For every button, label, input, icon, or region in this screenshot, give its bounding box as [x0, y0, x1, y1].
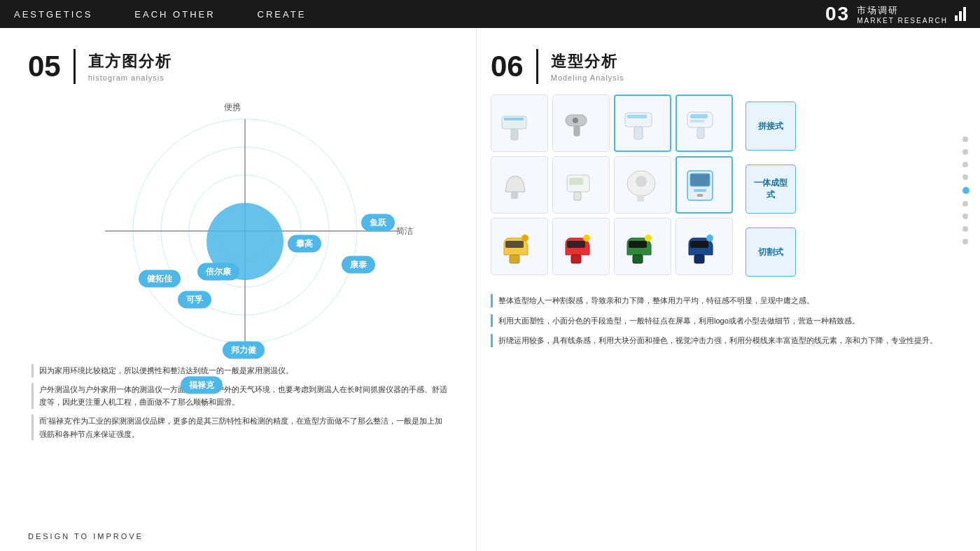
brand-fuluke: 福禄克 [181, 377, 223, 394]
svg-point-43 [706, 235, 713, 242]
left-title-en: histogram analysis [88, 74, 172, 82]
dot-2[interactable] [962, 149, 968, 155]
product-img-dark-gun [560, 102, 602, 144]
brand-bang: 邦力健 [223, 342, 265, 359]
svg-rect-23 [569, 178, 583, 185]
product-img-white2 [622, 102, 664, 144]
right-title-cn: 造型分析 [551, 51, 624, 72]
svg-rect-18 [690, 114, 708, 118]
axis-right: 简洁 [396, 225, 413, 237]
product-cell-0-1 [552, 95, 610, 152]
dot-7[interactable] [962, 214, 968, 219]
bar-3 [963, 7, 966, 21]
svg-rect-33 [505, 241, 524, 248]
header-nav: AESTGETICS EACH OTHER CREATE [14, 9, 306, 20]
dot-8[interactable] [962, 226, 968, 232]
section-number: 03 [825, 3, 850, 25]
title-divider [74, 49, 76, 84]
para-1: 因为家用环境比较稳定，所以便携性和整洁达到统一的一般是家用测温仪。 [31, 364, 448, 377]
right-title-text: 造型分析 Modeling Analysis [551, 51, 624, 82]
para-3: 而'福禄克'作为工业的探测测温仪品牌，更多的是其三防特性和检测的精度，在造型方面… [31, 414, 448, 440]
category-cut: 切割式 [746, 228, 796, 277]
svg-point-37 [583, 235, 590, 242]
product-cell-2-2 [614, 218, 671, 275]
svg-rect-36 [567, 241, 585, 248]
desc-3: 折绕运用较多，具有线条感，利用大块分面和撞色，视觉冲击力强，利用分模线来丰富造型… [491, 334, 959, 347]
desc-2: 利用大面塑性，小面分色的手段造型，一般特征点在屏幕，利用logo或者小型去做细节… [491, 314, 959, 328]
brand-kefu: 可孚 [178, 291, 211, 309]
bar-2 [959, 11, 962, 21]
svg-point-12 [573, 118, 578, 123]
svg-rect-39 [629, 241, 647, 248]
main-content: 05 直方图分析 histogram analysis 便 [0, 28, 980, 551]
product-img-red [560, 225, 602, 267]
dot-1[interactable] [962, 137, 968, 142]
header-section-info: 03 市场调研 MARKET RESEARCH [825, 3, 966, 25]
right-section-num: 06 [491, 52, 524, 81]
svg-point-34 [522, 235, 528, 242]
category-integrated: 一体成型式 [746, 165, 796, 214]
brand-pangao: 攀高 [288, 235, 321, 253]
dot-3[interactable] [962, 162, 968, 167]
svg-rect-32 [510, 255, 519, 263]
svg-rect-38 [633, 255, 643, 263]
product-img-yellow [498, 225, 540, 267]
brand-beier: 倍尔康 [197, 263, 239, 281]
footer: DESIGN TO IMPROVE [28, 532, 144, 540]
product-cell-2-1 [552, 218, 610, 275]
left-text-content: 因为家用环境比较稳定，所以便携性和整洁达到统一的一般是家用测温仪。 户外测温仪与… [28, 364, 448, 440]
product-cell-1-1 [552, 156, 610, 214]
left-section-num: 05 [28, 52, 61, 81]
dot-4[interactable] [962, 174, 968, 180]
nav-item-3: CREATE [258, 9, 307, 20]
product-cell-1-0 [491, 156, 548, 214]
footer-text: DESIGN TO IMPROVE [28, 532, 144, 540]
right-title-en: Modeling Analysis [551, 74, 624, 82]
right-descriptions: 整体造型给人一种割裂感，导致亲和力下降，整体用力平均，特征感不明显，呈现中庸之感… [491, 294, 959, 347]
dot-5-active[interactable] [962, 187, 969, 194]
product-img-white3 [683, 102, 725, 144]
left-panel: 05 直方图分析 histogram analysis 便 [0, 28, 476, 551]
svg-rect-41 [694, 255, 704, 263]
brand-kangtai: 康泰 [342, 256, 375, 274]
left-section-title: 05 直方图分析 histogram analysis [28, 49, 448, 84]
svg-rect-42 [690, 241, 708, 248]
category-splice: 拼接式 [746, 102, 796, 151]
axis-top: 便携 [224, 102, 241, 113]
svg-rect-11 [574, 126, 580, 136]
product-img-green [622, 225, 664, 267]
nav-item-2: EACH OTHER [134, 9, 215, 20]
category-labels: 拼接式 一体成型式 切割式 [746, 95, 796, 284]
section-title-block: 市场调研 MARKET RESEARCH [857, 4, 948, 25]
product-img-white-gun [498, 102, 540, 144]
section-title-en: MARKET RESEARCH [857, 17, 948, 25]
svg-rect-15 [627, 115, 647, 118]
svg-rect-35 [571, 255, 581, 263]
bar-1 [955, 15, 958, 21]
svg-rect-19 [690, 120, 704, 123]
product-cell-2-3 [676, 218, 733, 275]
header: AESTGETICS EACH OTHER CREATE 03 市场调研 MAR… [0, 0, 980, 28]
right-section-title: 06 造型分析 Modeling Analysis [491, 49, 959, 84]
svg-rect-28 [690, 174, 710, 186]
svg-rect-8 [511, 129, 518, 140]
svg-rect-17 [697, 127, 704, 139]
right-title-divider [536, 49, 538, 84]
svg-rect-25 [637, 195, 644, 202]
product-img-white4 [560, 164, 602, 206]
nav-dots [962, 137, 969, 244]
product-img-display [683, 164, 725, 206]
svg-point-26 [636, 176, 647, 187]
product-cell-2-0 [491, 218, 548, 275]
product-cell-0-0 [491, 95, 548, 152]
left-title-cn: 直方图分析 [88, 51, 172, 72]
dot-9[interactable] [962, 239, 968, 244]
section-title-cn: 市场调研 [857, 4, 899, 17]
nav-item-1: AESTGETICS [14, 9, 92, 20]
dot-6[interactable] [962, 201, 968, 207]
para-2: 户外测温仪与户外家用一体的测温仪一方面要考虑到户外的天气环境，也要考虑到测温人在… [31, 383, 448, 409]
svg-rect-9 [504, 118, 524, 120]
svg-rect-14 [634, 127, 643, 139]
svg-rect-31 [697, 194, 703, 197]
product-cell-1-2 [614, 156, 671, 214]
